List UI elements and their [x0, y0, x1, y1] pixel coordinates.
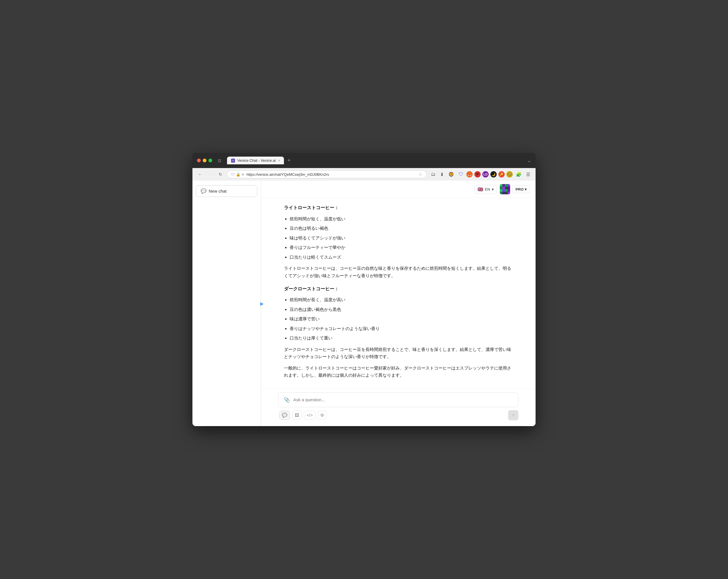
- settings-icon: ⚙: [320, 413, 324, 418]
- lang-chevron: ▾: [492, 187, 494, 191]
- settings-button[interactable]: ⚙: [318, 411, 327, 420]
- browser-window: ⊡ V Venice Chat - Venice.ai × + ⌄ ← → ↻ …: [192, 153, 536, 426]
- input-toolbar: 💬 🖼 </> ⚙ ↑: [278, 407, 518, 420]
- flag-icon: 🇬🇧: [477, 187, 483, 192]
- ld-extension-icon[interactable]: LD: [483, 171, 489, 177]
- sidebar-toggle-icon[interactable]: ⊡: [218, 158, 221, 163]
- dark-roast-item-2: 豆の色は濃い褐色から黒色: [290, 306, 513, 313]
- send-button[interactable]: ↑: [508, 410, 518, 420]
- close-window-button[interactable]: [197, 159, 201, 162]
- light-roast-item-1: 焙煎時間が短く、温度が低い: [290, 215, 513, 223]
- firefox-extension-icon[interactable]: 🦊: [466, 171, 473, 177]
- avatar-container: PRO ▾: [500, 184, 530, 194]
- tab-bar: V Venice Chat - Venice.ai × +: [227, 156, 524, 165]
- image-mode-button[interactable]: 🖼: [292, 411, 302, 419]
- forward-button[interactable]: →: [207, 171, 214, 178]
- message-content: ライトローストコーヒー： 焙煎時間が短く、温度が低い 豆の色は明るい褐色 味は明…: [284, 204, 513, 379]
- user-avatar[interactable]: [500, 184, 510, 194]
- security-icons: 🛡 🔒 ⊛: [231, 172, 244, 176]
- nav-bar: ← → ↻ 🛡 🔒 ⊛ https://venice.ai/chat/YQeMC…: [192, 168, 536, 181]
- light-roast-description: ライトローストコーヒーは、コーヒー豆の自然な味と香りを保存するために焙煎時間を短…: [284, 265, 513, 279]
- maximize-window-button[interactable]: [208, 159, 212, 162]
- light-roast-item-2: 豆の色は明るい褐色: [290, 225, 513, 232]
- pro-chevron: ▾: [525, 187, 527, 191]
- pro-label: PRO: [516, 187, 524, 191]
- chat-input[interactable]: [293, 397, 514, 402]
- light-roast-item-4: 香りはフルーティーで華やか: [290, 244, 513, 251]
- light-roast-heading: ライトローストコーヒー：: [284, 204, 513, 212]
- dark-extension-icon[interactable]: 🌙: [490, 171, 497, 177]
- light-roast-item-3: 味は明るくてアシッドが強い: [290, 235, 513, 242]
- language-selector[interactable]: 🇬🇧 EN ▾: [474, 185, 497, 194]
- attach-button[interactable]: 📎: [283, 396, 290, 404]
- pocket-icon[interactable]: 🗂: [430, 171, 437, 178]
- dark-roast-heading: ダークローストコーヒー：: [284, 285, 513, 293]
- light-roast-list: 焙煎時間が短く、温度が低い 豆の色は明るい褐色 味は明るくてアシッドが強い 香り…: [290, 215, 513, 261]
- new-tab-button[interactable]: +: [285, 156, 293, 165]
- honey-extension-icon[interactable]: 🐝: [506, 171, 513, 177]
- menu-button[interactable]: ☰: [525, 171, 531, 178]
- chat-mode-button[interactable]: 💬: [279, 411, 290, 420]
- dark-roast-item-1: 焙煎時間が長く、温度が高い: [290, 296, 513, 304]
- active-tab[interactable]: V Venice Chat - Venice.ai ×: [227, 157, 284, 164]
- sidebar-collapse-button[interactable]: ▶: [259, 298, 265, 308]
- traffic-lights: [197, 159, 212, 162]
- nav-right-icons: 🗂 ⬇ 🦁 🛡 🦊 P LD 🌙 🔑 🐝 🧩 ☰: [430, 171, 531, 178]
- new-chat-button[interactable]: 💬 New chat: [196, 185, 257, 197]
- tab-title: Venice Chat - Venice.ai: [237, 158, 276, 163]
- pro-badge[interactable]: PRO ▾: [512, 186, 530, 193]
- input-box: 📎: [278, 392, 518, 407]
- brave-icon[interactable]: 🦁: [447, 171, 456, 178]
- dark-roast-item-4: 香りはナッツやチョコレートのような深い香り: [290, 325, 513, 332]
- chat-header: 🇬🇧 EN ▾: [261, 181, 536, 198]
- image-mode-icon: 🖼: [295, 413, 299, 417]
- chat-mode-icon: 💬: [282, 413, 287, 418]
- main-area: 🇬🇧 EN ▾: [261, 181, 536, 426]
- lock-icon: 🔒: [236, 172, 240, 176]
- download-icon[interactable]: ⬇: [439, 171, 445, 178]
- tab-favicon: V: [231, 159, 235, 163]
- dark-roast-description: ダークローストコーヒーは、コーヒー豆を長時間焙煎することで、味と香りを深くします…: [284, 346, 513, 360]
- code-mode-icon: </>: [307, 413, 313, 417]
- title-bar: ⊡ V Venice Chat - Venice.ai × + ⌄: [192, 153, 536, 168]
- chat-summary: 一般的に、ライトローストコーヒーはコーヒー愛好家が好み、ダークローストコーヒーは…: [284, 364, 513, 379]
- dark-roast-item-5: 口当たりは厚くて重い: [290, 334, 513, 342]
- title-bar-chevron[interactable]: ⌄: [527, 158, 531, 163]
- new-chat-label: New chat: [209, 189, 227, 193]
- back-button[interactable]: ←: [197, 171, 204, 178]
- input-area: 📎 💬 🖼 </> ⚙: [261, 389, 536, 426]
- extensions-button[interactable]: 🧩: [514, 171, 523, 178]
- language-label: EN: [485, 187, 490, 191]
- shield-icon[interactable]: 🛡: [457, 171, 465, 178]
- proton-extension-icon[interactable]: P: [474, 171, 481, 177]
- dark-roast-list: 焙煎時間が長く、温度が高い 豆の色は濃い褐色から黒色 味は濃厚で苦い 香りはナッ…: [290, 296, 513, 342]
- refresh-button[interactable]: ↻: [217, 171, 224, 178]
- light-roast-item-5: 口当たりは軽くてスムーズ: [290, 253, 513, 261]
- page-content: 💬 New chat ▶ 🇬🇧 EN ▾: [192, 181, 536, 426]
- sidebar: 💬 New chat ▶: [192, 181, 261, 426]
- security-icon: 🛡: [231, 172, 235, 176]
- avatar-pixel-grid: [500, 184, 510, 194]
- code-mode-button[interactable]: </>: [304, 411, 315, 419]
- lastpass-extension-icon[interactable]: 🔑: [498, 171, 505, 177]
- chat-messages[interactable]: ライトローストコーヒー： 焙煎時間が短く、温度が低い 豆の色は明るい褐色 味は明…: [261, 198, 536, 388]
- minimize-window-button[interactable]: [203, 159, 206, 162]
- dark-roast-item-3: 味は濃厚で苦い: [290, 315, 513, 323]
- address-bar[interactable]: 🛡 🔒 ⊛ https://venice.ai/chat/YQeMCswj3m_…: [227, 170, 426, 178]
- new-chat-icon: 💬: [201, 188, 206, 194]
- url-text[interactable]: https://venice.ai/chat/YQeMCswj3m_mDJ0BK…: [246, 172, 416, 176]
- site-info-icon: ⊛: [242, 173, 244, 176]
- send-icon: ↑: [512, 413, 514, 418]
- bookmark-icon[interactable]: ☆: [419, 172, 422, 176]
- tab-close-button[interactable]: ×: [278, 159, 280, 163]
